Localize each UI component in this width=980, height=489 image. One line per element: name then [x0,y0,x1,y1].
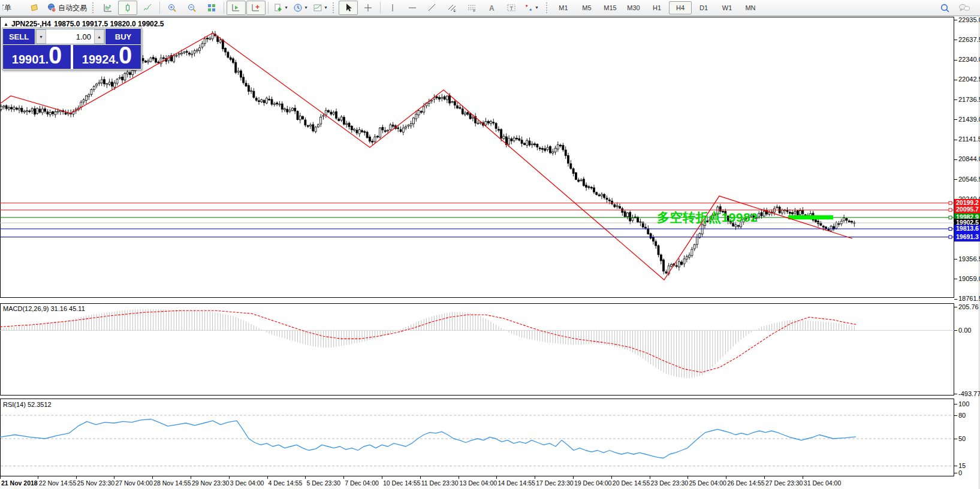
toolbar-grip[interactable] [333,2,336,13]
zoom-out-button[interactable] [182,1,201,15]
time-tick-mark [573,476,574,479]
period-button[interactable]: ▾ [291,1,310,15]
timeframe-d1[interactable]: D1 [692,1,715,14]
fibonacci-button[interactable]: F [462,1,481,15]
zoom-in-icon [167,3,177,13]
autotrading-button[interactable]: 自动交易 [44,1,89,15]
volume-decrease-button[interactable]: ▼ [36,29,46,44]
indicators-button[interactable]: ▾ [310,1,330,15]
search-icon [940,3,950,13]
clock-icon [293,3,303,13]
dropdown-caret-icon: ▾ [535,5,538,10]
price-level-label: 19691.3 [954,233,980,242]
macd-tick-mark [954,330,957,331]
sell-price-int: 19901 [12,53,46,67]
price-tick-mark [954,140,957,140]
dropdown-caret-icon: ▾ [285,5,287,10]
vertical-line-button[interactable] [383,1,402,15]
time-tick-label: 26 Dec 14:55 [727,479,764,487]
time-tick-mark [496,476,497,479]
line-chart-button[interactable] [138,1,157,15]
chat-icon [958,3,970,13]
timeframe-mn[interactable]: MN [739,1,762,14]
toolbar-grip[interactable] [546,2,549,13]
buy-price-button[interactable]: 19924.0 [73,45,141,69]
price-tick-label: 22637.5 [958,36,980,44]
candlestick-chart-button[interactable] [118,1,137,15]
price-tick-mark [954,20,957,20]
chart-shift-button[interactable] [246,1,266,15]
zoom-in-button[interactable] [162,1,182,15]
time-tick-mark [650,476,650,479]
svg-text:T: T [510,5,514,11]
one-click-trading-panel: SELL ▼ 1.00 ▲ BUY 19901.0 19924.0 [2,28,142,70]
cursor-button[interactable] [339,1,358,15]
buy-price-int: 19924 [82,53,116,67]
time-tick-mark [687,476,688,479]
chart-annotation-text[interactable]: 多空转折点19982 [657,209,758,226]
toolbar-grip[interactable] [92,2,95,13]
sell-price-button[interactable]: 19901.0 [3,45,71,69]
text-label-button[interactable]: T [502,1,521,15]
mt4-window: 订单 自动交易 [0,0,980,489]
horizontal-line-button[interactable] [403,1,422,15]
new-order-button[interactable]: ▾ [271,1,290,15]
order-button[interactable]: 订单 [0,1,24,15]
candlestick-chart-icon [123,3,132,13]
time-tick-label: 10 Dec 14:55 [383,479,420,487]
timeframe-m1[interactable]: M1 [552,1,575,14]
timeframe-m30[interactable]: M30 [622,1,645,14]
trendline-button[interactable] [423,1,442,15]
bar-chart-button[interactable] [98,1,117,15]
time-tick-label: 23 Dec 23:30 [651,479,688,487]
time-tick-label: 27 Nov 04:00 [115,479,152,487]
price-tick-mark [954,40,957,40]
timeframe-h4[interactable]: H4 [669,1,692,14]
arrows-icon [524,3,533,13]
equidistant-channel-button[interactable]: E [442,1,462,15]
autotrading-icon [47,3,56,13]
rsi-tick-label: 80 [958,412,966,419]
search-button[interactable] [935,1,954,15]
tile-windows-button[interactable] [202,1,221,15]
chart-canvas[interactable] [0,0,980,489]
price-tick-mark [954,99,957,100]
timeframe-h1[interactable]: H1 [646,1,668,14]
tile-windows-icon [207,3,216,13]
sell-price-frac: 0 [49,45,62,65]
bar-chart-icon [103,3,113,13]
price-tick-mark [954,159,957,160]
timeframe-w1[interactable]: W1 [716,1,738,14]
timeframe-m15[interactable]: M15 [599,1,622,14]
price-tick-mark [954,80,957,80]
time-tick-label: 21 Nov 2018 [1,479,38,487]
collapse-panel-icon[interactable]: ▲ [4,22,8,27]
time-tick-mark [152,476,153,479]
time-tick-label: 7 Dec 04:00 [345,479,379,487]
zoom-out-icon [187,3,197,13]
time-tick-label: 25 Nov 23:30 [77,479,114,487]
time-tick-label: 28 Nov 14:55 [153,479,191,487]
volume-input[interactable]: 1.00 [46,29,94,44]
crosshair-button[interactable] [358,1,378,15]
macd-tick-mark [954,307,957,307]
autotrading-label: 自动交易 [58,3,87,13]
time-tick-mark [343,476,344,479]
toolbar: 订单 自动交易 [0,0,980,16]
volume-increase-button[interactable]: ▲ [94,29,104,44]
sell-button[interactable]: SELL [3,29,35,44]
time-tick-label: 14 Dec 14:55 [497,479,535,487]
text-button[interactable]: A [482,1,501,15]
buy-button[interactable]: BUY [105,29,141,44]
timeframe-m5[interactable]: M5 [575,1,598,14]
time-tick-mark [803,476,803,479]
note-button[interactable] [25,1,44,15]
rsi-tick-label: 50 [958,435,966,443]
auto-scroll-button[interactable] [227,1,246,15]
chat-button[interactable] [955,1,974,15]
equidistant-channel-icon: E [447,3,457,13]
text-label-icon: T [506,3,516,13]
time-tick-mark [611,476,612,479]
arrows-button[interactable]: ▾ [521,1,541,15]
time-tick-label: 22 Nov 14:55 [39,479,76,487]
